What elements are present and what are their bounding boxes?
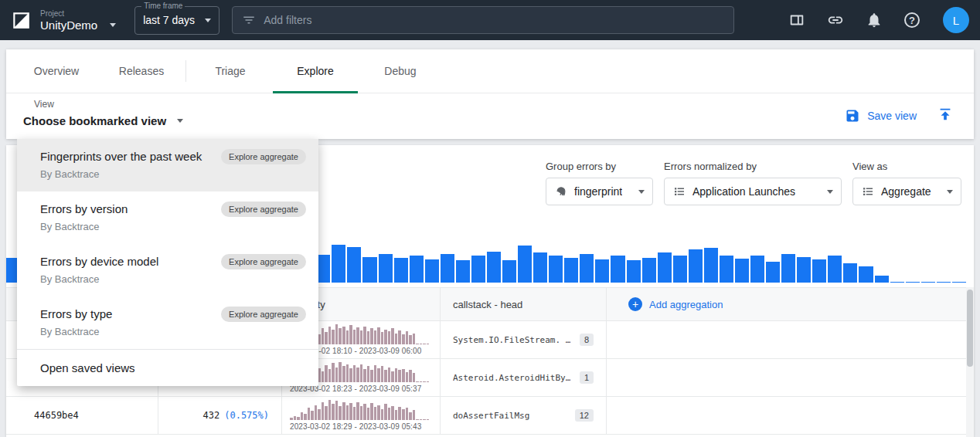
chart-bar[interactable]: [425, 259, 439, 283]
project-selector[interactable]: Project UnityDemo: [40, 8, 116, 32]
menu-item-title: Errors by version: [40, 202, 128, 217]
sparkline-bar: [413, 334, 416, 344]
chart-bar[interactable]: [797, 257, 811, 283]
callstack-cell[interactable]: doAssertFailMsg12: [441, 397, 607, 434]
chart-bar[interactable]: [673, 256, 687, 283]
tab-explore[interactable]: Explore: [273, 49, 358, 93]
sparkline-bar: [311, 411, 314, 420]
chart-bar[interactable]: [456, 260, 470, 283]
chart-bar[interactable]: [952, 282, 966, 283]
view-as-select[interactable]: Aggregate: [852, 178, 961, 205]
sparkline-bar: [322, 371, 325, 382]
chart-bar[interactable]: [441, 254, 454, 283]
chart-bar[interactable]: [720, 256, 733, 283]
bell-icon[interactable]: [866, 12, 883, 29]
bookmark-item-errors-by-type[interactable]: Errors by typeExplore aggregateBy Backtr…: [17, 296, 318, 349]
sparkline-bar: [349, 325, 352, 344]
sparkline-bar: [370, 328, 373, 344]
chart-bar[interactable]: [704, 248, 718, 283]
scrollbar-thumb[interactable]: [967, 290, 973, 367]
tab-triage[interactable]: Triage: [188, 49, 273, 93]
chart-bar[interactable]: [332, 245, 345, 283]
chart-bar[interactable]: [394, 258, 408, 283]
bookmark-item-fingerprints-over-the-past-week[interactable]: Fingerprints over the past weekExplore a…: [17, 139, 318, 191]
open-saved-views-item[interactable]: Open saved views: [17, 349, 318, 386]
sparkline-bar: [328, 327, 332, 344]
chevron-down-icon: [947, 190, 953, 194]
chart-bar[interactable]: [906, 282, 920, 283]
save-view-button[interactable]: Save view: [867, 110, 917, 122]
chart-bar[interactable]: [347, 247, 361, 283]
sparkline-bar: [297, 417, 300, 420]
errors-count: 432: [203, 410, 220, 421]
chart-bar[interactable]: [890, 282, 904, 283]
chart-bar[interactable]: [410, 256, 424, 283]
chart-bar[interactable]: [627, 260, 641, 283]
help-icon[interactable]: [904, 12, 920, 28]
chart-bar[interactable]: [362, 257, 376, 283]
chart-bar[interactable]: [781, 254, 795, 283]
scroll-to-top-icon[interactable]: [937, 106, 954, 123]
chart-bar[interactable]: [533, 252, 547, 283]
sparkline-bar: [363, 404, 366, 420]
callstack-cell[interactable]: Asteroid.AsteroidHitBy…1: [441, 359, 607, 396]
column-header-callstack-head[interactable]: callstack - head: [441, 288, 607, 320]
filters-input[interactable]: [264, 14, 724, 26]
errors-normalized-by-select[interactable]: Application Launches: [664, 178, 842, 205]
chart-bar[interactable]: [549, 256, 563, 283]
chart-bar[interactable]: [658, 252, 672, 283]
bookmark-item-errors-by-device-model[interactable]: Errors by device modelExplore aggregateB…: [17, 244, 318, 296]
chart-bar[interactable]: [828, 256, 842, 283]
callstack-count-badge: 12: [575, 409, 594, 422]
vertical-scrollbar[interactable]: [966, 287, 974, 437]
sparkline-bar: [363, 327, 366, 344]
chart-bar[interactable]: [611, 256, 624, 283]
chart-bar[interactable]: [921, 282, 935, 283]
chart-bar[interactable]: [937, 282, 951, 283]
chart-bar[interactable]: [689, 249, 703, 283]
layout-icon[interactable]: [788, 12, 805, 29]
chevron-down-icon: [827, 190, 833, 194]
chart-bar[interactable]: [595, 259, 609, 283]
table-row[interactable]: 44659be4432(0.575%)2023-03-02 18:29 - 20…: [6, 397, 968, 435]
save-icon[interactable]: [845, 108, 860, 124]
sparkline-bar: [409, 370, 412, 382]
timeframe-selector[interactable]: Time frame last 7 days: [134, 6, 219, 35]
add-aggregation-button[interactable]: Add aggregation: [607, 288, 968, 320]
chart-bar[interactable]: [502, 260, 516, 283]
fingerprint-cell[interactable]: 44659be4: [6, 397, 158, 434]
avatar[interactable]: L: [943, 7, 969, 33]
sparkline-bar: [420, 419, 423, 420]
chart-bar[interactable]: [843, 263, 857, 283]
sparkline-bar: [328, 400, 332, 420]
tab-releases[interactable]: Releases: [99, 49, 184, 93]
chart-bar[interactable]: [735, 259, 749, 283]
bookmarked-view-selector[interactable]: Choose bookmarked view: [23, 114, 183, 127]
chart-bar[interactable]: [812, 259, 826, 283]
activity-cell: 2023-03-02 18:29 - 2023-03-09 05:43: [282, 397, 441, 434]
bookmark-item-errors-by-version[interactable]: Errors by versionExplore aggregateBy Bac…: [17, 191, 318, 244]
tab-overview[interactable]: Overview: [14, 49, 99, 93]
chart-bar[interactable]: [487, 252, 501, 283]
chart-bar[interactable]: [766, 262, 780, 283]
chart-bar[interactable]: [875, 276, 889, 283]
control-group-group-errors-by: Group errors byfingerprint: [546, 161, 653, 205]
chart-bar[interactable]: [471, 256, 485, 283]
chart-bar[interactable]: [859, 266, 873, 283]
chart-bar[interactable]: [580, 254, 594, 283]
link-icon[interactable]: [827, 12, 844, 29]
group-errors-by-select[interactable]: fingerprint: [546, 178, 653, 205]
chart-bar[interactable]: [518, 246, 532, 283]
filter-icon: [242, 13, 256, 27]
chart-bar[interactable]: [564, 258, 578, 283]
sparkline-bar: [416, 381, 419, 382]
chart-bar[interactable]: [642, 258, 656, 283]
filters-bar[interactable]: [232, 6, 734, 34]
sparkline-bar: [398, 407, 401, 420]
sparkline-bar: [395, 368, 398, 382]
sparkline-bar: [290, 418, 293, 420]
callstack-cell[interactable]: System.IO.FileStream. …8: [441, 321, 607, 358]
tab-debug[interactable]: Debug: [358, 49, 443, 93]
chart-bar[interactable]: [379, 254, 393, 283]
chart-bar[interactable]: [750, 256, 764, 283]
